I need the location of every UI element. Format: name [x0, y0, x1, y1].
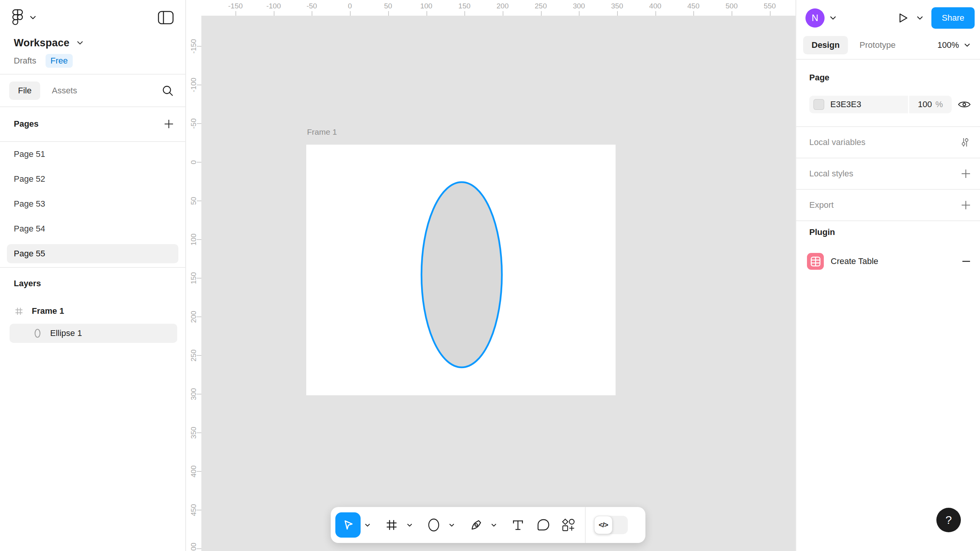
move-tool-chevron-icon[interactable] — [361, 512, 374, 538]
ruler-label: 400 — [649, 2, 662, 10]
ruler-tick — [541, 11, 542, 16]
workspace-chevron-icon — [77, 41, 83, 45]
ruler-tick — [197, 510, 201, 510]
page-opacity-input[interactable]: 100 % — [908, 96, 952, 113]
ruler-tick — [235, 11, 236, 16]
layers-title: Layers — [14, 279, 41, 289]
page-color-row: E3E3E3 100 % — [809, 96, 971, 113]
ruler-label: -150 — [228, 2, 243, 10]
ruler-label: 250 — [535, 2, 547, 10]
pen-tool-button[interactable] — [465, 512, 487, 538]
tab-file[interactable]: File — [9, 82, 40, 100]
ruler-tick — [197, 471, 201, 472]
figma-logo-icon[interactable] — [11, 9, 24, 26]
text-tool-button[interactable] — [507, 512, 529, 538]
local-variables-label: Local variables — [809, 137, 959, 147]
main-menu-chevron-icon[interactable] — [30, 16, 36, 20]
comment-tool-button[interactable] — [532, 512, 554, 538]
ruler-label: 550 — [764, 2, 776, 10]
breadcrumb-drafts[interactable]: Drafts — [14, 56, 36, 66]
shape-tool-chevron-icon[interactable] — [445, 512, 459, 538]
share-button[interactable]: Share — [931, 7, 975, 29]
ruler-label: 500 — [189, 543, 198, 551]
help-button[interactable]: ? — [936, 508, 961, 532]
present-play-icon[interactable] — [898, 12, 908, 24]
ruler-label: 350 — [611, 2, 623, 10]
ruler-tick — [732, 11, 732, 16]
visibility-eye-icon[interactable] — [958, 100, 971, 109]
ellipse-shape[interactable] — [420, 181, 503, 369]
dev-mode-toggle[interactable]: </> — [594, 516, 628, 534]
frame-tool-button[interactable] — [381, 512, 403, 538]
avatar[interactable]: N — [805, 8, 825, 28]
ruler-label: 200 — [497, 2, 509, 10]
page-opacity-value: 100 — [918, 99, 932, 109]
tab-prototype[interactable]: Prototype — [853, 36, 902, 54]
ruler-label: 450 — [688, 2, 700, 10]
layer-row-ellipse[interactable]: Ellipse 1 — [10, 324, 177, 343]
zoom-level[interactable]: 100% — [938, 40, 959, 50]
ruler-label: 300 — [573, 2, 585, 10]
export-label: Export — [809, 200, 961, 210]
add-page-icon[interactable] — [164, 119, 174, 129]
ruler-label: -100 — [266, 2, 281, 10]
ruler-tick — [770, 11, 771, 16]
zoom-chevron-icon[interactable] — [964, 43, 970, 47]
search-icon[interactable] — [162, 85, 174, 97]
ruler-tick — [197, 85, 201, 85]
workspace-selector[interactable]: Workspace — [14, 36, 172, 50]
canvas[interactable]: Frame 1 -150-100-50050100150200250300350… — [186, 0, 795, 551]
export-row[interactable]: Export — [796, 190, 980, 221]
page-list-item-selected[interactable]: Page 55 — [7, 244, 178, 263]
layer-row-frame[interactable]: Frame 1 — [0, 300, 185, 322]
add-style-icon[interactable] — [961, 169, 971, 179]
shape-tool-button[interactable] — [423, 512, 445, 538]
account-chevron-icon[interactable] — [830, 16, 836, 20]
right-panel: N Share Design Prototype 100% Page — [795, 0, 980, 551]
page-list-item[interactable]: Page 53 — [0, 191, 185, 216]
pages-list: Page 51 Page 52 Page 53 Page 54 Page 55 — [0, 142, 185, 266]
page-list-item[interactable]: Page 54 — [0, 216, 185, 241]
local-variables-row[interactable]: Local variables — [796, 127, 980, 158]
left-sidebar: Workspace Drafts Free File Assets Pages — [0, 0, 186, 551]
actions-tool-button[interactable] — [557, 512, 580, 538]
ruler-label: 0 — [348, 2, 352, 10]
ruler-tick — [197, 394, 201, 395]
frame-canvas-label[interactable]: Frame 1 — [307, 127, 337, 137]
local-styles-row[interactable]: Local styles — [796, 158, 980, 190]
ruler-tick — [197, 316, 201, 317]
sidebar-header — [11, 6, 174, 29]
remove-plugin-icon[interactable] — [962, 257, 971, 266]
layer-name-ellipse: Ellipse 1 — [50, 328, 82, 338]
dev-mode-icon: </> — [594, 516, 612, 534]
ruler-tick — [197, 432, 201, 433]
pen-tool-chevron-icon[interactable] — [487, 512, 501, 538]
ruler-label: 50 — [384, 2, 392, 10]
layer-name-frame: Frame 1 — [32, 306, 64, 316]
tab-design[interactable]: Design — [803, 36, 848, 54]
frame-tool-chevron-icon[interactable] — [403, 512, 416, 538]
ruler-tick — [197, 239, 201, 240]
pages-header: Pages — [14, 107, 174, 141]
add-export-icon[interactable] — [961, 200, 971, 210]
panel-header: N Share — [805, 5, 975, 31]
ruler-tick — [388, 11, 389, 16]
ruler-tick — [197, 548, 201, 549]
present-chevron-icon[interactable] — [917, 16, 923, 20]
ruler-tick — [312, 11, 312, 16]
page-color-input[interactable]: E3E3E3 100 % — [809, 96, 952, 113]
ruler-tick — [197, 123, 201, 124]
page-color-hex[interactable]: E3E3E3 — [830, 99, 908, 109]
toggle-sidebar-icon[interactable] — [158, 11, 174, 24]
toolbar-divider — [585, 507, 586, 543]
page-color-swatch[interactable] — [813, 99, 824, 110]
tab-assets[interactable]: Assets — [52, 86, 77, 96]
page-list-item[interactable]: Page 52 — [0, 166, 185, 191]
ellipse-layer-icon — [34, 328, 41, 338]
page-list-item[interactable]: Page 51 — [0, 142, 185, 166]
ruler-tick — [579, 11, 580, 16]
move-tool-button[interactable] — [335, 512, 361, 538]
workspace-name: Workspace — [14, 37, 69, 49]
plugin-row[interactable]: Create Table — [807, 248, 971, 275]
variables-sliders-icon[interactable] — [959, 137, 971, 148]
